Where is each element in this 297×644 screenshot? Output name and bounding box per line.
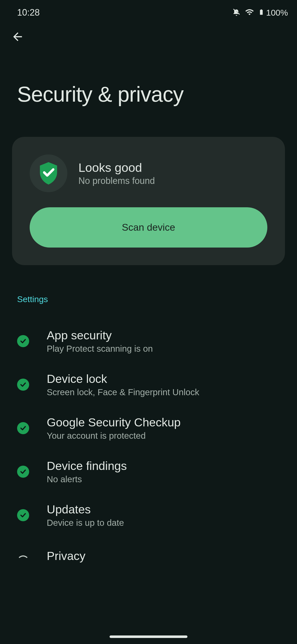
- notifications-off-icon: [232, 8, 241, 18]
- status-bar: 10:28 100%: [0, 0, 297, 20]
- settings-item-device-findings[interactable]: Device findings No alerts: [0, 450, 297, 493]
- settings-item-privacy[interactable]: Privacy: [0, 537, 297, 572]
- check-icon: [17, 509, 29, 521]
- chevron-up-icon: [17, 550, 29, 562]
- status-card-subtitle: No problems found: [78, 176, 155, 186]
- battery-icon: [258, 7, 265, 18]
- shield-check-icon: [30, 154, 67, 192]
- settings-item-text: Privacy: [47, 549, 85, 563]
- status-card-title: Looks good: [78, 160, 155, 175]
- settings-item-title: Device lock: [47, 372, 199, 386]
- navigation-handle[interactable]: [110, 635, 187, 638]
- status-time: 10:28: [17, 7, 40, 18]
- check-icon: [17, 335, 29, 347]
- scan-device-button[interactable]: Scan device: [30, 207, 267, 248]
- status-icons: 100%: [232, 7, 288, 18]
- settings-item-subtitle: Device is up to date: [47, 518, 124, 528]
- settings-item-text: App security Play Protect scanning is on: [47, 328, 153, 354]
- status-card-header: Looks good No problems found: [30, 154, 267, 192]
- battery-percentage: 100%: [266, 8, 288, 18]
- wifi-icon: [245, 8, 254, 18]
- settings-item-title: App security: [47, 328, 153, 342]
- settings-item-subtitle: Screen lock, Face & Fingerprint Unlock: [47, 387, 199, 397]
- check-icon: [17, 466, 29, 478]
- settings-item-text: Device lock Screen lock, Face & Fingerpr…: [47, 372, 199, 397]
- settings-item-google-security-checkup[interactable]: Google Security Checkup Your account is …: [0, 406, 297, 450]
- settings-item-title: Updates: [47, 502, 124, 516]
- status-card-text: Looks good No problems found: [78, 160, 155, 186]
- back-button[interactable]: [0, 20, 297, 44]
- settings-item-text: Device findings No alerts: [47, 459, 127, 484]
- settings-item-title: Google Security Checkup: [47, 415, 181, 429]
- settings-section-label: Settings: [0, 265, 297, 304]
- settings-item-app-security[interactable]: App security Play Protect scanning is on: [0, 319, 297, 363]
- settings-item-device-lock[interactable]: Device lock Screen lock, Face & Fingerpr…: [0, 363, 297, 406]
- page-title: Security & privacy: [0, 44, 297, 107]
- settings-item-title: Privacy: [47, 549, 85, 563]
- settings-item-subtitle: Your account is protected: [47, 431, 181, 441]
- battery-group: 100%: [258, 7, 288, 18]
- settings-item-title: Device findings: [47, 459, 127, 473]
- security-status-card: Looks good No problems found Scan device: [12, 137, 285, 265]
- check-icon: [17, 422, 29, 434]
- settings-item-text: Google Security Checkup Your account is …: [47, 415, 181, 441]
- settings-list: App security Play Protect scanning is on…: [0, 304, 297, 572]
- settings-item-subtitle: No alerts: [47, 474, 127, 484]
- check-icon: [17, 379, 29, 391]
- settings-item-subtitle: Play Protect scanning is on: [47, 344, 153, 354]
- settings-item-updates[interactable]: Updates Device is up to date: [0, 493, 297, 537]
- settings-item-text: Updates Device is up to date: [47, 502, 124, 528]
